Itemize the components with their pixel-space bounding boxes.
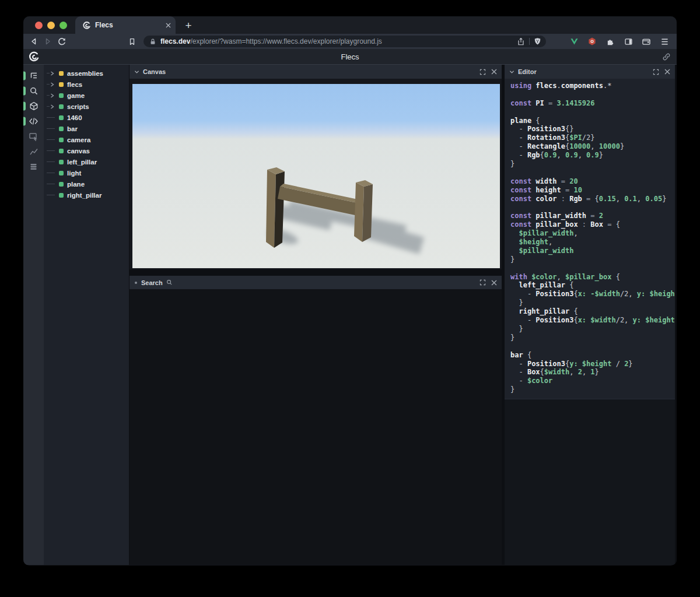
tree-guide: [47, 134, 58, 145]
tree-guide: [47, 145, 58, 156]
tree-guide: [47, 112, 58, 123]
tree-item-game[interactable]: game: [44, 90, 129, 101]
collapsed-dot-icon[interactable]: [134, 281, 138, 285]
code-line: [510, 108, 675, 117]
back-button[interactable]: [27, 35, 41, 48]
icon-rail: [23, 65, 44, 565]
tree-item-canvas[interactable]: canvas: [44, 145, 129, 156]
code-line: - $color: [510, 377, 675, 385]
wallet-icon[interactable]: [640, 35, 653, 48]
editor-panel-header: Editor: [505, 65, 675, 79]
code-line: - Rectangle{10000, 10000}: [510, 142, 675, 151]
menu-icon[interactable]: [658, 35, 671, 48]
code-line: [510, 342, 675, 351]
code-line: - Rotation3{$PI/2}: [510, 134, 675, 142]
expand-icon[interactable]: [480, 69, 486, 75]
tree-item-plane[interactable]: plane: [44, 178, 129, 189]
tree-item-light[interactable]: light: [44, 167, 129, 178]
query-inspector-icon[interactable]: [23, 129, 44, 144]
minimize-window-button[interactable]: [47, 22, 55, 29]
new-tab-button[interactable]: +: [180, 17, 197, 34]
tree-item-label: bar: [67, 125, 78, 132]
entity-square-icon: [59, 93, 64, 98]
app-header: Flecs: [23, 49, 677, 65]
code-line: - Rgb{0.9, 0.9, 0.9}: [510, 151, 675, 160]
tree-item-bar[interactable]: bar: [44, 123, 129, 134]
brave-shield-icon[interactable]: [534, 37, 541, 45]
close-icon[interactable]: [491, 280, 497, 286]
tree-item-flecs[interactable]: flecs: [44, 79, 129, 90]
lock-icon[interactable]: [149, 38, 156, 45]
stats-chart-icon[interactable]: [23, 144, 44, 159]
3d-viewport[interactable]: [132, 84, 500, 268]
tab-close-icon[interactable]: [166, 23, 171, 28]
entity-square-icon: [59, 127, 64, 131]
tables-icon[interactable]: [23, 159, 44, 174]
tree-guide: [47, 189, 58, 201]
code-line: }: [510, 298, 675, 307]
tree-item-camera[interactable]: camera: [44, 134, 129, 145]
extensions-puzzle-icon[interactable]: [604, 35, 617, 48]
tree-item-label: light: [67, 170, 81, 177]
close-icon[interactable]: [491, 69, 497, 75]
tree-guide: [47, 167, 58, 178]
tree-item-label: canvas: [67, 148, 90, 154]
tree-item-label: plane: [67, 181, 85, 188]
code-line: $height,: [510, 238, 675, 247]
reload-button[interactable]: [55, 35, 69, 48]
flecs-logo-icon: [28, 51, 40, 62]
code-line: left_pillar {: [510, 281, 675, 290]
entity-square-icon: [59, 182, 64, 187]
share-link-icon[interactable]: [662, 52, 671, 61]
entity-square-icon: [59, 104, 64, 109]
code-line: - Position3{x: $width/2, y: $height/2}: [510, 316, 675, 325]
canvas-panel-header: Canvas: [130, 65, 502, 79]
expand-chevron-icon[interactable]: [47, 68, 58, 79]
share-icon[interactable]: [517, 37, 525, 46]
expand-icon[interactable]: [653, 69, 659, 75]
tree-item-label: assemblies: [67, 70, 103, 77]
entity-square-icon: [59, 138, 64, 142]
vue-devtools-icon[interactable]: [568, 35, 580, 48]
expand-icon[interactable]: [480, 279, 486, 286]
tree-guide: [47, 178, 58, 189]
forward-button[interactable]: [41, 35, 55, 48]
tree-item-label: left_pillar: [67, 159, 97, 166]
tree-item-assemblies[interactable]: assemblies: [44, 68, 129, 79]
entity-tree-icon[interactable]: [23, 68, 44, 83]
expand-chevron-icon[interactable]: [47, 101, 58, 112]
canvas-panel-title: Canvas: [143, 68, 166, 75]
code-line: [510, 90, 675, 99]
extension-badge-icon[interactable]: [586, 35, 598, 48]
bookmark-icon[interactable]: [125, 35, 139, 48]
close-icon[interactable]: [664, 69, 670, 75]
tree-item-label: 1460: [67, 114, 82, 121]
chevron-down-icon[interactable]: [134, 70, 139, 74]
close-window-button[interactable]: [35, 22, 43, 29]
zoom-window-button[interactable]: [60, 22, 67, 29]
expand-chevron-icon[interactable]: [47, 79, 58, 90]
tree-item-label: scripts: [67, 103, 89, 110]
tree-item-1460[interactable]: 1460: [44, 112, 129, 123]
address-bar[interactable]: flecs.dev/explorer/?wasm=https://www.fle…: [144, 36, 546, 47]
editor-code[interactable]: using flecs.components.* const PI = 3.14…: [505, 79, 675, 399]
search-icon[interactable]: [23, 83, 44, 99]
tree-item-left_pillar[interactable]: left_pillar: [44, 156, 129, 167]
entity-square-icon: [59, 171, 64, 175]
code-icon[interactable]: [23, 114, 44, 129]
code-line: }: [510, 333, 675, 342]
tree-item-scripts[interactable]: scripts: [44, 101, 129, 112]
browser-tab-flecs[interactable]: Flecs: [75, 16, 176, 34]
tree-item-label: right_pillar: [67, 192, 102, 199]
code-line: const width = 20: [510, 177, 675, 186]
tree-item-right_pillar[interactable]: right_pillar: [44, 189, 129, 201]
sidebar-toggle-icon[interactable]: [622, 35, 635, 48]
editor-panel: Editor using flecs.components.* const PI…: [505, 65, 675, 399]
tree-guide: [47, 156, 58, 167]
code-line: right_pillar {: [510, 307, 675, 316]
code-line: with $color, $pillar_box {: [510, 273, 675, 282]
expand-chevron-icon[interactable]: [47, 90, 58, 101]
browser-window: Flecs +: [23, 16, 677, 566]
scene-cube-icon[interactable]: [23, 99, 44, 114]
chevron-down-icon[interactable]: [509, 70, 514, 74]
